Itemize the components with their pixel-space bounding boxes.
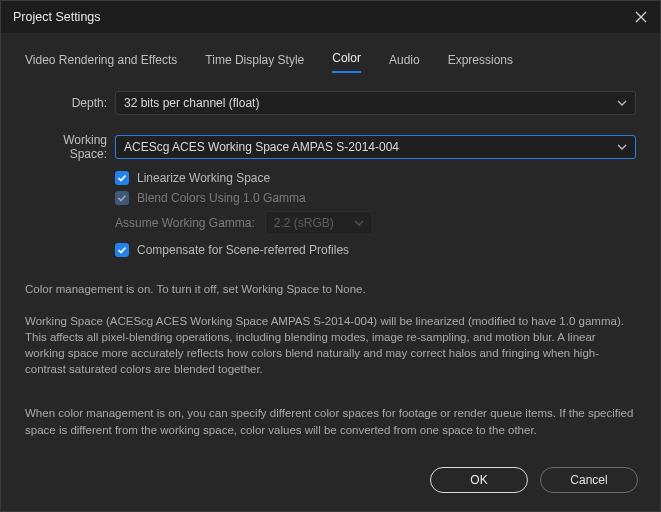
window-title: Project Settings: [13, 10, 101, 24]
close-icon[interactable]: [634, 10, 648, 24]
depth-value: 32 bits per channel (float): [124, 96, 259, 110]
info-para2: When color management is on, you can spe…: [25, 405, 636, 437]
titlebar: Project Settings: [1, 1, 660, 33]
blend-checkbox: [115, 191, 129, 205]
assume-gamma-select: 2.2 (sRGB): [265, 211, 373, 235]
linearize-checkbox[interactable]: [115, 171, 129, 185]
chevron-down-icon: [617, 142, 627, 152]
tab-video-rendering[interactable]: Video Rendering and Effects: [25, 53, 177, 73]
working-space-select[interactable]: ACEScg ACES Working Space AMPAS S-2014-0…: [115, 135, 636, 159]
blend-label: Blend Colors Using 1.0 Gamma: [137, 191, 306, 205]
dialog-footer: OK Cancel: [1, 453, 660, 511]
color-form: Depth: 32 bits per channel (float) Worki…: [1, 83, 660, 271]
info-para1: Working Space (ACEScg ACES Working Space…: [25, 313, 636, 377]
compensate-label: Compensate for Scene-referred Profiles: [137, 243, 349, 257]
tab-audio[interactable]: Audio: [389, 53, 420, 73]
compensate-checkbox[interactable]: [115, 243, 129, 257]
cancel-button[interactable]: Cancel: [540, 467, 638, 493]
working-space-value: ACEScg ACES Working Space AMPAS S-2014-0…: [124, 140, 399, 154]
ok-button[interactable]: OK: [430, 467, 528, 493]
depth-label: Depth:: [23, 96, 107, 110]
tab-bar: Video Rendering and Effects Time Display…: [1, 33, 660, 83]
assume-gamma-value: 2.2 (sRGB): [274, 216, 334, 230]
chevron-down-icon: [617, 98, 627, 108]
project-settings-dialog: Project Settings Video Rendering and Eff…: [0, 0, 661, 512]
linearize-label: Linearize Working Space: [137, 171, 270, 185]
chevron-down-icon: [354, 218, 364, 228]
tab-color[interactable]: Color: [332, 51, 361, 73]
working-space-label: Working Space:: [23, 133, 107, 161]
assume-gamma-label: Assume Working Gamma:: [115, 216, 255, 230]
depth-select[interactable]: 32 bits per channel (float): [115, 91, 636, 115]
info-block: Color management is on. To turn it off, …: [1, 271, 660, 442]
info-line1: Color management is on. To turn it off, …: [25, 281, 636, 297]
tab-expressions[interactable]: Expressions: [448, 53, 513, 73]
tab-time-display[interactable]: Time Display Style: [205, 53, 304, 73]
